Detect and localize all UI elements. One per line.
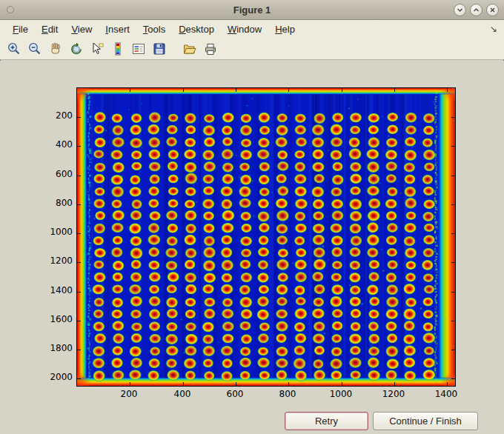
zoom-in-icon [7, 41, 21, 56]
y-tick-label: 600 [42, 169, 73, 179]
window-controls [454, 4, 504, 16]
figure-content-area: 200 400 600 800 1000 1200 1400 1600 1800… [0, 61, 504, 434]
close-button[interactable] [486, 4, 499, 16]
figure-window: { "window": { "title": "Figure 1" }, "me… [0, 0, 504, 434]
insert-legend-button[interactable] [129, 39, 147, 58]
y-tick-label: 1400 [42, 285, 73, 296]
insert-colorbar-button[interactable] [108, 39, 127, 58]
figure-axes [76, 87, 456, 387]
y-tick-label: 1000 [42, 227, 73, 237]
menubar-corner-arrow-icon: ↘ [490, 24, 504, 34]
continue-finish-button[interactable]: Continue / Finish [373, 412, 478, 430]
save-button[interactable] [150, 39, 168, 58]
data-cursor-icon [90, 41, 105, 56]
zoom-out-icon [27, 41, 42, 56]
titlebar: Figure 1 [0, 0, 504, 20]
maximize-icon [473, 7, 480, 13]
y-tick-label: 1800 [42, 343, 73, 353]
menu-desktop[interactable]: Desktop [172, 21, 221, 38]
data-cursor-button[interactable] [87, 39, 106, 58]
open-folder-icon [182, 41, 197, 56]
retry-button[interactable]: Retry [285, 412, 368, 430]
menu-file[interactable]: File [6, 21, 35, 38]
menu-view[interactable]: View [64, 21, 99, 38]
print-button[interactable] [201, 39, 219, 58]
menu-edit[interactable]: Edit [35, 21, 64, 38]
menu-help[interactable]: Help [268, 21, 302, 38]
pan-hand-icon [48, 41, 63, 56]
minimize-button[interactable] [454, 4, 466, 16]
colorbar-icon [110, 41, 125, 56]
minimize-icon [457, 7, 463, 13]
window-title: Figure 1 [0, 4, 504, 16]
window-menu-icon[interactable] [7, 6, 14, 13]
close-icon [489, 7, 496, 13]
x-tick-label: 1400 [430, 389, 462, 399]
print-icon [203, 41, 218, 56]
x-tick-label: 600 [219, 389, 251, 399]
x-tick-label: 1200 [377, 389, 410, 399]
pan-button[interactable] [46, 39, 64, 58]
figure-toolbar [0, 38, 504, 60]
zoom-in-button[interactable] [4, 39, 23, 58]
x-tick-label: 400 [166, 389, 199, 399]
figure-canvas[interactable] [77, 88, 455, 386]
y-tick-label: 800 [42, 198, 73, 208]
open-file-button[interactable] [180, 39, 199, 58]
toolbar-separator [170, 48, 178, 49]
rotate-3d-button[interactable] [67, 39, 85, 58]
x-tick-label: 1000 [325, 389, 357, 399]
y-tick-label: 1600 [42, 314, 73, 324]
zoom-out-button[interactable] [25, 39, 44, 58]
save-floppy-icon [152, 41, 167, 56]
maximize-button[interactable] [470, 4, 483, 16]
menu-tools[interactable]: Tools [136, 21, 172, 38]
rotate-3d-icon [69, 41, 84, 56]
x-tick-label: 200 [113, 389, 145, 399]
y-tick-label: 400 [42, 139, 73, 150]
y-tick-label: 2000 [42, 372, 73, 382]
menu-insert[interactable]: Insert [99, 21, 136, 38]
legend-icon [131, 41, 146, 56]
menu-window[interactable]: Window [221, 21, 268, 38]
menubar: File Edit View Insert Tools Desktop Wind… [0, 20, 504, 38]
y-tick-label: 1200 [42, 256, 73, 266]
y-tick-label: 200 [42, 110, 73, 121]
x-tick-label: 800 [271, 389, 304, 399]
